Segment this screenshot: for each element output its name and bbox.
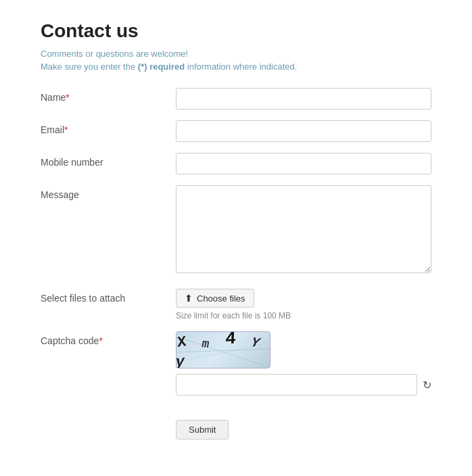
upload-icon: ⬆ [185,293,193,304]
name-required-star: * [66,92,69,103]
captcha-input-row: ↻ [176,374,431,396]
submit-label-spacer [41,406,176,410]
email-field-container [176,120,431,142]
captcha-input[interactable] [176,374,417,396]
files-field-container: ⬆ Choose files Size limit for each file … [176,289,431,320]
submit-button[interactable]: Submit [176,420,229,439]
mobile-field-container [176,153,431,174]
captcha-char-2: m [201,337,213,351]
name-label: Name* [41,88,176,103]
subtitle-1: Comments or questions are welcome! [41,49,431,59]
captcha-required-star: * [99,335,102,346]
mobile-label: Mobile number [41,153,176,168]
captcha-char-1: X [177,333,190,351]
name-field-container [176,88,431,110]
file-size-note: Size limit for each file is 100 MB [176,311,431,320]
captcha-char-5: y [176,353,187,368]
name-input[interactable] [176,88,431,110]
message-row: Message [41,185,431,275]
captcha-image: X m 4 Y y [176,331,270,368]
files-row: Select files to attach ⬆ Choose files Si… [41,289,431,320]
choose-files-label: Choose files [197,293,245,304]
message-field-container [176,185,431,275]
mobile-row: Mobile number [41,153,431,174]
submit-row: Submit [41,406,431,439]
message-textarea[interactable] [176,185,431,273]
name-row: Name* [41,88,431,110]
submit-field-container: Submit [176,406,431,439]
message-label: Message [41,185,176,200]
refresh-icon[interactable]: ↻ [423,379,431,391]
email-input[interactable] [176,120,431,142]
captcha-row: Captcha code* X m 4 Y y ↻ [41,331,431,396]
subtitle-2-required: (*) required [138,62,185,72]
email-label: Email* [41,120,176,135]
captcha-label: Captcha code* [41,331,176,346]
captcha-field-container: X m 4 Y y ↻ [176,331,431,396]
email-required-star: * [64,124,68,135]
subtitle-2-suffix: information where indicated. [185,62,297,72]
captcha-char-3: 4 [225,331,239,349]
captcha-text: X m 4 Y y [176,331,270,368]
choose-files-button[interactable]: ⬆ Choose files [176,289,254,308]
page-title: Contact us [41,20,431,42]
mobile-input[interactable] [176,153,431,174]
subtitle-2-prefix: Make sure you enter the [41,62,138,72]
files-label: Select files to attach [41,289,176,304]
subtitle-2: Make sure you enter the (*) required inf… [41,62,431,72]
captcha-char-4: Y [250,334,264,351]
email-row: Email* [41,120,431,142]
